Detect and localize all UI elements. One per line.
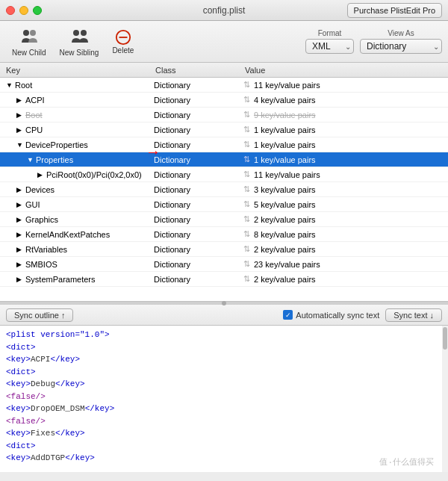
auto-sync-checkbox[interactable]: ✓ — [283, 310, 293, 320]
class-cell: Dictionary — [152, 96, 242, 105]
toolbar: New Child New Sibling Dele — [0, 21, 448, 63]
tree-triangle[interactable]: ▶ — [16, 96, 24, 104]
new-child-icon — [19, 27, 40, 48]
table-row[interactable]: ▼RootDictionary⇅11 key/value pairs — [0, 78, 448, 93]
key-text: Devices — [25, 185, 55, 194]
xml-line: <dict> — [6, 440, 442, 453]
scrollbar-thumb[interactable] — [443, 327, 447, 350]
xml-line: <key>DropOEM_DSM</key> — [6, 403, 442, 415]
sync-text-button[interactable]: Sync text ↓ — [385, 308, 442, 322]
key-column-header: Key — [3, 66, 152, 75]
svg-point-3 — [81, 30, 87, 36]
xml-line: <key>AddDTGP</key> — [6, 452, 442, 465]
svg-point-1 — [30, 30, 36, 36]
table-row[interactable]: ▶PciRoot(0x0)/Pci(0x2,0x0)Dictionary⇅11 … — [0, 167, 448, 182]
class-cell: Dictionary — [152, 170, 242, 179]
xml-line: <false/> — [6, 391, 442, 403]
table-row[interactable]: ▶SMBIOSDictionary⇅23 key/value pairs — [0, 257, 448, 272]
key-text: CPU — [25, 125, 43, 134]
key-text: SystemParameters — [25, 275, 96, 284]
toolbar-right-group: Format XML Binary JSON ⌄ View As Diction… — [305, 29, 442, 54]
key-cell: ▶Graphics — [3, 215, 152, 224]
value-cell: ⇅3 key/value pairs — [242, 184, 445, 194]
new-sibling-label: New Sibling — [60, 49, 99, 57]
key-cell: ▶RtVariables — [3, 245, 152, 254]
key-cell: ▶KernelAndKextPatches — [3, 230, 152, 239]
sync-outline-button[interactable]: Sync outline ↑ — [6, 308, 73, 322]
key-cell: ▶Boot — [3, 111, 152, 120]
table-row[interactable]: ▶ACPIDictionary⇅4 key/value pairs — [0, 93, 448, 108]
xml-line: <key>Fixes</key> — [6, 427, 442, 440]
auto-sync-label: ✓ Automatically sync text — [283, 310, 379, 320]
table-row[interactable]: ▶DevicesDictionary⇅3 key/value pairs — [0, 182, 448, 197]
table-row[interactable]: ▶BootDictionary⇅9 key/value pairs — [0, 108, 448, 122]
value-cell: ⇅2 key/value pairs — [242, 244, 445, 254]
toolbar-left-group: New Child New Sibling Dele — [6, 24, 140, 60]
table-row[interactable]: ▶CPUDictionary⇅1 key/value pairs — [0, 122, 448, 137]
value-cell: ⇅23 key/value pairs — [242, 259, 445, 269]
value-cell: ⇅5 key/value pairs — [242, 199, 445, 209]
table-row[interactable]: ▼PropertiesDictionary⇅1 key/value pairs→ — [0, 152, 448, 167]
watermark: 值·什么值得买 — [377, 456, 436, 470]
xml-line: <key>ACPI</key> — [6, 353, 442, 366]
delete-label: Delete — [112, 46, 134, 55]
purchase-button[interactable]: Purchase PlistEdit Pro — [347, 3, 442, 18]
table-row[interactable]: ▶KernelAndKextPatchesDictionary⇅8 key/va… — [0, 227, 448, 242]
value-cell: ⇅11 key/value pairs — [242, 170, 445, 179]
xml-line: <dict> — [6, 366, 442, 379]
tree-triangle[interactable]: ▶ — [16, 111, 24, 119]
table-row[interactable]: ▶GraphicsDictionary⇅2 key/value pairs — [0, 212, 448, 227]
class-cell: Dictionary — [152, 275, 242, 284]
tree-table[interactable]: ▼RootDictionary⇅11 key/value pairs▶ACPID… — [0, 78, 448, 302]
window-title: config.plist — [203, 5, 246, 16]
xml-line: <plist version="1.0"> — [6, 329, 442, 341]
class-cell: Dictionary — [152, 215, 242, 224]
tree-triangle[interactable]: ▶ — [16, 231, 24, 238]
tree-triangle[interactable]: ▶ — [37, 171, 45, 179]
table-row[interactable]: ▶RtVariablesDictionary⇅2 key/value pairs — [0, 242, 448, 257]
key-text: ACPI — [25, 96, 45, 105]
table-row[interactable]: ▶GUIDictionary⇅5 key/value pairs — [0, 197, 448, 212]
xml-line: <dict> — [6, 341, 442, 354]
format-section: Format XML Binary JSON ⌄ — [305, 29, 354, 54]
value-cell: ⇅2 key/value pairs — [242, 214, 445, 224]
format-label: Format — [318, 29, 342, 37]
tree-triangle[interactable]: ▶ — [16, 261, 24, 268]
tree-triangle[interactable]: ▶ — [16, 186, 24, 193]
class-cell: Dictionary — [152, 245, 242, 254]
table-row[interactable]: ▶SystemParametersDictionary⇅2 key/value … — [0, 272, 448, 287]
xml-editor[interactable]: <plist version="1.0"> <dict> <key>ACPI</… — [0, 326, 448, 472]
xml-line: <key>Debug</key> — [6, 378, 442, 391]
minimize-button[interactable] — [19, 6, 28, 15]
class-cell: Dictionary — [152, 230, 242, 239]
key-cell: ▼DeviceProperties — [3, 140, 152, 149]
new-child-button[interactable]: New Child — [6, 24, 52, 60]
view-as-select[interactable]: Dictionary Array — [360, 39, 442, 54]
key-text: Boot — [25, 111, 43, 120]
window-controls — [6, 6, 42, 15]
fullscreen-button[interactable] — [33, 6, 42, 15]
format-select-wrapper: XML Binary JSON ⌄ — [305, 39, 354, 54]
key-text: Properties — [36, 155, 73, 164]
view-as-section: View As Dictionary Array ⌄ — [360, 29, 442, 54]
value-cell: ⇅9 key/value pairs — [242, 110, 445, 120]
tree-triangle[interactable]: ▶ — [16, 126, 24, 134]
tree-triangle[interactable]: ▶ — [16, 201, 24, 208]
format-select[interactable]: XML Binary JSON — [305, 39, 354, 54]
tree-triangle[interactable]: ▼ — [6, 81, 13, 89]
tree-triangle[interactable]: ▶ — [16, 276, 24, 283]
tree-triangle[interactable]: ▶ — [16, 246, 24, 253]
view-as-select-wrapper: Dictionary Array ⌄ — [360, 39, 442, 54]
tree-triangle[interactable]: ▼ — [16, 141, 24, 149]
value-cell: ⇅2 key/value pairs — [242, 274, 445, 284]
class-cell: Dictionary — [152, 140, 242, 149]
tree-triangle[interactable]: ▼ — [27, 156, 34, 164]
table-row[interactable]: ▼DevicePropertiesDictionary⇅1 key/value … — [0, 137, 448, 152]
svg-point-0 — [23, 30, 29, 36]
scrollbar-track[interactable] — [442, 326, 448, 472]
new-sibling-button[interactable]: New Sibling — [54, 24, 105, 60]
delete-button[interactable]: Delete — [106, 26, 140, 58]
close-button[interactable] — [6, 6, 15, 15]
tree-triangle[interactable]: ▶ — [16, 216, 24, 223]
key-cell: ▶CPU — [3, 125, 152, 134]
